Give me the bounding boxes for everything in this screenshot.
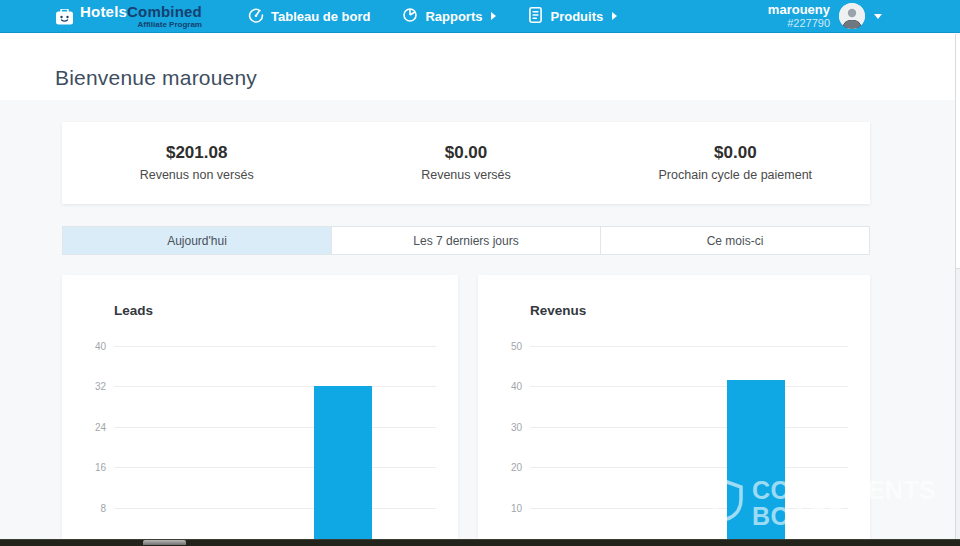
gridline	[530, 467, 848, 468]
document-icon	[528, 7, 543, 26]
grid-row: 30	[478, 427, 870, 428]
y-tick-label: 30	[478, 422, 522, 433]
gridline	[530, 427, 848, 428]
period-tabs: Aujourd'hui Les 7 derniers jours Ce mois…	[62, 226, 870, 255]
hotelscombined-logo[interactable]: HotelsCombined Affiliate Program	[55, 4, 202, 29]
user-name: maroueny	[768, 2, 830, 18]
tab-last-7-days[interactable]: Les 7 derniers jours	[332, 227, 601, 254]
user-account-id: #227790	[768, 17, 830, 30]
main-content: $201.08 Revenus non versés $0.00 Revenus…	[0, 100, 960, 539]
chart-title: Revenus	[530, 303, 586, 318]
chevron-right-icon	[612, 12, 617, 20]
suitcase-logo-icon	[55, 9, 74, 29]
stat-label: Prochain cycle de paiement	[601, 168, 870, 182]
y-tick-label: 10	[478, 503, 522, 514]
brand-subtitle: Affiliate Program	[138, 21, 202, 29]
stat-unpaid-earnings: $201.08 Revenus non versés	[62, 122, 331, 204]
user-menu[interactable]: maroueny #227790	[768, 2, 960, 31]
grid-row: 40	[62, 346, 458, 347]
gridline	[114, 508, 436, 509]
gridline	[114, 346, 436, 347]
top-navbar: HotelsCombined Affiliate Program Tableau…	[0, 0, 960, 33]
grid-row: 32	[62, 386, 458, 387]
brand-hotels: Hotels	[80, 3, 127, 20]
stat-value: $201.08	[62, 143, 331, 163]
y-tick-label: 8	[62, 503, 106, 514]
gridline	[114, 386, 436, 387]
nav-item-label: Produits	[550, 9, 603, 24]
welcome-band: Bienvenue maroueny	[0, 33, 960, 100]
chart-title: Leads	[114, 303, 153, 318]
gridline	[530, 386, 848, 387]
revenue-chart-card: Revenus 5040302010	[478, 275, 870, 539]
chart-bar	[314, 386, 372, 539]
vertical-scrollbar[interactable]	[955, 34, 960, 539]
y-tick-label: 40	[478, 381, 522, 392]
page-title: Bienvenue maroueny	[55, 66, 257, 90]
grid-row: 8	[62, 508, 458, 509]
pie-chart-icon	[402, 7, 418, 26]
nav-item-reports[interactable]: Rapports	[402, 7, 496, 26]
stat-label: Revenus versés	[331, 168, 600, 182]
user-names: maroueny #227790	[768, 2, 830, 31]
gridline	[530, 346, 848, 347]
y-tick-label: 24	[62, 422, 106, 433]
y-tick-label: 32	[62, 381, 106, 392]
nav-item-label: Rapports	[425, 9, 482, 24]
y-tick-label: 40	[62, 341, 106, 352]
nav-item-label: Tableau de bord	[271, 9, 370, 24]
earnings-summary-card: $201.08 Revenus non versés $0.00 Revenus…	[62, 122, 870, 204]
scrollbar-thumb[interactable]	[956, 35, 960, 269]
tab-this-month[interactable]: Ce mois-ci	[601, 227, 869, 254]
grid-row: 20	[478, 467, 870, 468]
stat-next-payment: $0.00 Prochain cycle de paiement	[601, 122, 870, 204]
brand-text: HotelsCombined Affiliate Program	[80, 4, 202, 29]
stat-paid-earnings: $0.00 Revenus versés	[331, 122, 600, 204]
grid-row: 50	[478, 346, 870, 347]
y-tick-label: 20	[478, 462, 522, 473]
taskbar-button[interactable]	[143, 540, 186, 545]
tab-today[interactable]: Aujourd'hui	[63, 227, 332, 254]
y-tick-label: 16	[62, 462, 106, 473]
chart-bar	[727, 380, 785, 539]
nav-item-products[interactable]: Produits	[528, 7, 617, 26]
dashboard-screen: HotelsCombined Affiliate Program Tableau…	[0, 0, 960, 546]
gridline	[114, 467, 436, 468]
chevron-down-icon	[874, 14, 882, 19]
nav-item-dashboard[interactable]: Tableau de bord	[248, 7, 370, 26]
brand-combined: Combined	[127, 3, 202, 20]
grid-row: 40	[478, 386, 870, 387]
avatar[interactable]	[839, 3, 865, 29]
grid-row: 24	[62, 427, 458, 428]
taskbar-edge	[0, 539, 960, 546]
grid-row: 10	[478, 508, 870, 509]
stat-value: $0.00	[601, 143, 870, 163]
chevron-right-icon	[491, 12, 496, 20]
gridline	[530, 508, 848, 509]
grid-row: 16	[62, 467, 458, 468]
leads-chart-card: Leads 403224168	[62, 275, 458, 539]
stat-label: Revenus non versés	[62, 168, 331, 182]
gauge-icon	[248, 7, 264, 26]
y-tick-label: 50	[478, 341, 522, 352]
gridline	[114, 427, 436, 428]
stat-value: $0.00	[331, 143, 600, 163]
